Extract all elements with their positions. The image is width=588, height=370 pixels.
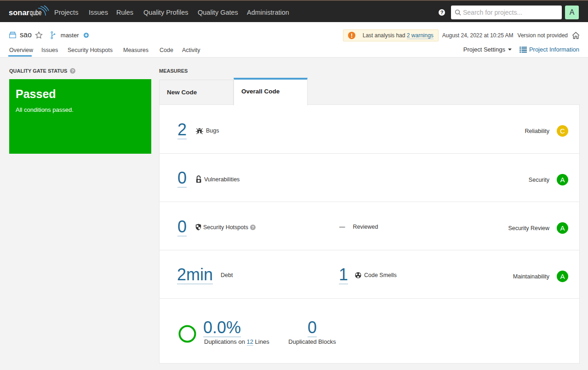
svg-text:qube: qube <box>29 8 41 17</box>
svg-text:sonar: sonar <box>9 8 30 17</box>
